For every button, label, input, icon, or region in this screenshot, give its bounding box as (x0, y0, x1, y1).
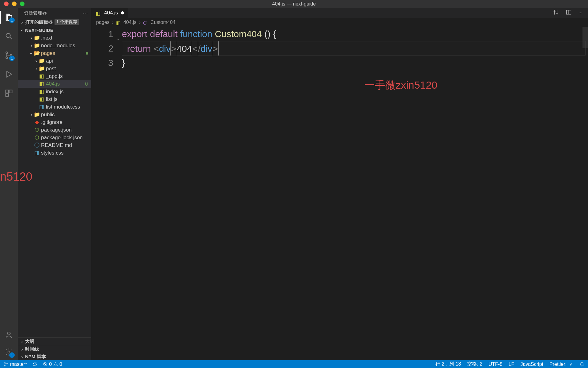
js-file-icon: ◧ (39, 81, 45, 87)
tree-label: node_modules (41, 43, 75, 49)
problems-status[interactable]: 0 0 (43, 362, 62, 367)
tree-file-package-json[interactable]: ⬡package.json (18, 126, 91, 134)
minimize-window-button[interactable] (12, 2, 17, 6)
svg-point-9 (8, 351, 10, 353)
activity-bar: 1 1 1 (0, 8, 18, 360)
tree-file-readme[interactable]: ⓘREADME.md (18, 141, 91, 149)
tree-file-index-js[interactable]: ◧index.js (18, 88, 91, 95)
line-number: 1 (91, 27, 113, 41)
tree-file-404-js[interactable]: ◧404.jsU (18, 80, 91, 88)
tree-file-list-js[interactable]: ◧list.js (18, 95, 91, 103)
language-status[interactable]: JavaScript (520, 362, 543, 367)
folder-open-icon: 📂 (34, 50, 40, 56)
npm-scripts-section[interactable]: ›NPM 脚本 (18, 353, 91, 360)
tree-file-gitignore[interactable]: ◆.gitignore (18, 118, 91, 126)
folder-icon: 📁 (34, 111, 40, 118)
sync-status[interactable] (32, 362, 37, 367)
tree-file-package-lock[interactable]: ⬡package-lock.json (18, 134, 91, 141)
git-branch-status[interactable]: master* (4, 362, 27, 367)
svg-rect-6 (9, 90, 12, 93)
npm-file-icon: ⬡ (34, 134, 40, 141)
warnings-count: 0 (59, 362, 62, 367)
status-bar: master* 0 0 行 2，列 18 空格: 2 UTF-8 LF Java… (0, 360, 588, 368)
search-activity[interactable] (4, 31, 14, 41)
tree-label: package.json (41, 127, 72, 133)
title-bar: 404.js — next-guide (0, 0, 588, 8)
minimap-scrollbar[interactable] (582, 27, 588, 48)
code-editor[interactable]: 1 2 3 ⌄ export default function Custom40… (91, 27, 588, 360)
sidebar-header: 资源管理器 ··· (18, 8, 91, 18)
compare-changes-icon[interactable] (553, 9, 559, 17)
cursor-position-status[interactable]: 行 2，列 18 (435, 361, 461, 367)
breadcrumb-item[interactable]: Custom404 (150, 20, 175, 25)
tree-file-app-js[interactable]: ◧_app.js (18, 72, 91, 80)
chevron-right-icon: › (139, 20, 141, 25)
svg-point-2 (6, 52, 8, 54)
breadcrumb-item[interactable]: 404.js (123, 20, 137, 25)
extensions-activity[interactable] (4, 88, 14, 98)
sidebar-footer: ›大纲 ›时间线 ›NPM 脚本 (18, 337, 91, 360)
branch-name: master* (10, 362, 27, 367)
tree-file-list-css[interactable]: ◨list.module.css (18, 103, 91, 111)
git-status-u: U (85, 81, 88, 86)
split-editor-icon[interactable] (566, 9, 572, 17)
svg-point-0 (6, 33, 10, 38)
tree-label: .gitignore (41, 119, 62, 125)
eol-status[interactable]: LF (509, 362, 514, 367)
tree-folder-node-modules[interactable]: ›📁node_modules (18, 42, 91, 49)
svg-point-13 (5, 365, 6, 366)
fold-icon[interactable]: ⌄ (116, 31, 120, 45)
svg-rect-5 (6, 90, 9, 93)
svg-point-3 (6, 57, 8, 59)
maximize-window-button[interactable] (20, 2, 24, 6)
tree-folder-api[interactable]: ›📁api (18, 57, 91, 65)
tree-folder-next[interactable]: ›📁.next (18, 34, 91, 42)
tree-folder-public[interactable]: ›📁public (18, 111, 91, 118)
settings-badge: 1 (9, 352, 15, 358)
folder-icon: 📁 (34, 35, 40, 41)
indentation-status[interactable]: 空格: 2 (467, 361, 482, 367)
editor-actions: ··· (553, 8, 588, 18)
prettier-status[interactable]: Prettier: (549, 361, 573, 367)
svg-rect-7 (6, 94, 9, 96)
window-title: 404.js — next-guide (272, 1, 316, 7)
project-label: NEXT-GUIDE (25, 28, 53, 33)
open-editors-section[interactable]: › 打开的编辑器 1 个未保存 (18, 18, 91, 26)
js-file-icon: ◧ (96, 10, 101, 16)
notifications-icon[interactable] (579, 362, 584, 367)
tab-label: 404.js (104, 10, 118, 16)
run-debug-activity[interactable] (4, 69, 14, 79)
outline-section[interactable]: ›大纲 (18, 337, 91, 345)
js-file-icon: ◧ (39, 73, 45, 79)
more-actions-icon[interactable]: ··· (579, 10, 582, 16)
open-editors-label: 打开的编辑器 (25, 19, 53, 25)
npm-scripts-label: NPM 脚本 (25, 354, 46, 360)
tree-label: .next (41, 35, 52, 41)
breadcrumb-item[interactable]: pages (96, 20, 110, 25)
timeline-section[interactable]: ›时间线 (18, 345, 91, 353)
sidebar: 资源管理器 ··· › 打开的编辑器 1 个未保存 › NEXT-GUIDE ›… (18, 8, 91, 360)
project-section[interactable]: › NEXT-GUIDE (18, 26, 91, 34)
js-file-icon: ◧ (39, 88, 45, 95)
breadcrumbs[interactable]: pages › ◧ 404.js › ⬡ Custom404 (91, 18, 588, 27)
tree-file-styles-css[interactable]: ◨styles.css (18, 149, 91, 157)
tree-folder-pages[interactable]: ›📂pages (18, 49, 91, 57)
code-content[interactable]: export default function Custom404 () { r… (122, 27, 588, 360)
modified-indicator (86, 52, 88, 55)
watermark-text: n5120 (0, 170, 32, 183)
source-control-activity[interactable]: 1 (4, 50, 14, 60)
window-controls (0, 2, 24, 6)
close-window-button[interactable] (4, 2, 9, 6)
sidebar-more-icon[interactable]: ··· (82, 10, 88, 16)
tree-label: package-lock.json (41, 135, 83, 141)
watermark-text: 一手微zxin5120 (364, 78, 437, 92)
svg-point-12 (5, 362, 6, 363)
folder-icon: 📁 (39, 65, 45, 72)
accounts-activity[interactable] (4, 330, 14, 340)
svg-point-8 (7, 332, 10, 335)
settings-activity[interactable]: 1 (4, 347, 14, 357)
tree-folder-post[interactable]: ›📁post (18, 65, 91, 72)
explorer-activity[interactable]: 1 (4, 12, 14, 22)
encoding-status[interactable]: UTF-8 (488, 362, 502, 367)
tab-404-js[interactable]: ◧ 404.js (91, 8, 129, 18)
